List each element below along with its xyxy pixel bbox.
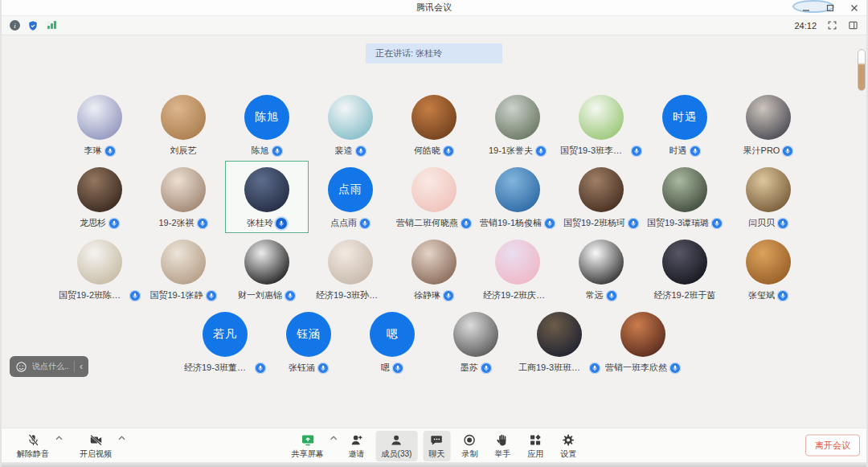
participant-tile[interactable]: 嗯嗯 <box>350 305 434 375</box>
toolbar-button-label: 聊天 <box>428 449 444 460</box>
scrollbar-thumb[interactable] <box>858 49 866 91</box>
mic-status-icon <box>276 218 287 229</box>
participant-name: 李琳 <box>84 145 102 157</box>
toolbar-left-group: 解除静音开启视频 <box>11 431 125 461</box>
participant-tile[interactable]: 营销二班何晓燕 <box>392 161 476 233</box>
participant-tile-speaking[interactable]: 张桂玲 <box>225 161 309 233</box>
mic-status-icon <box>285 290 296 301</box>
participant-avatar <box>495 240 540 285</box>
minimize-icon[interactable] <box>800 2 812 14</box>
chevron-up-icon[interactable] <box>330 436 338 440</box>
participant-avatar <box>662 167 707 212</box>
toolbar-button-record[interactable]: 录制 <box>456 431 483 461</box>
participant-tile[interactable]: 国贸19-3班李卓杰 <box>559 88 643 161</box>
participant-name: 营销19-1杨俊楠 <box>480 217 542 229</box>
toolbar-button-mic-off[interactable]: 解除静音 <box>11 431 55 461</box>
mic-status-icon <box>777 218 788 229</box>
toolbar-button-members[interactable]: 成员(33) <box>376 431 418 461</box>
participant-tile[interactable]: 钰涵张钰涵 <box>267 305 350 375</box>
window-bottom-edge <box>2 462 866 467</box>
participant-tile[interactable]: 刘辰艺 <box>141 88 225 161</box>
participant-tile[interactable]: 何皓晓 <box>392 88 476 161</box>
participant-tile[interactable]: 常远 <box>559 233 643 305</box>
chevron-up-icon[interactable] <box>55 436 63 440</box>
participant-name: 营销一班李欣然 <box>605 362 667 374</box>
fullscreen-icon[interactable] <box>827 20 837 31</box>
toolbar-button-chat[interactable]: 聊天 <box>423 431 450 461</box>
participant-avatar: 钰涵 <box>286 312 331 357</box>
participant-avatar: 时遇 <box>662 95 707 140</box>
participant-tile[interactable]: 营销一班李欣然 <box>601 305 685 375</box>
toolbar-button-share-screen[interactable]: 共享屏幕 <box>286 431 330 461</box>
participant-tile[interactable]: 19-2张祺 <box>141 161 225 233</box>
participant-tile[interactable]: 陈旭陈旭 <box>225 88 309 161</box>
mic-status-icon <box>104 145 116 157</box>
participant-tile[interactable]: 果汁PRO <box>727 88 810 161</box>
chevron-up-icon[interactable] <box>118 436 125 440</box>
security-shield-icon[interactable] <box>27 20 39 31</box>
participant-tile[interactable]: 若凡经济19-3班董若凡 <box>183 305 267 375</box>
toolbar-button-settings[interactable]: 设置 <box>555 431 582 461</box>
participant-avatar: 陈旭 <box>244 95 289 140</box>
toolbar-button-apps[interactable]: 应用 <box>522 431 549 461</box>
toolbar-button-label: 解除静音 <box>17 449 49 460</box>
participant-avatar: 若凡 <box>203 312 248 357</box>
participant-avatar: 点雨 <box>328 167 373 212</box>
participant-tile[interactable]: 墨苏 <box>434 305 518 375</box>
mic-status-icon <box>359 218 371 229</box>
toolbar-button-hand[interactable]: 举手 <box>489 431 516 461</box>
participant-name: 张桂玲 <box>247 217 273 229</box>
participant-tile[interactable]: 19-1张誉夫 <box>476 88 559 161</box>
participant-name: 国贸19-3谭瑞璐 <box>647 217 709 229</box>
quick-chat-bar[interactable]: 说点什么... ‹ <box>10 356 88 377</box>
participant-name: 19-2张祺 <box>158 217 194 229</box>
participant-avatar <box>746 167 791 212</box>
layout-panel-icon[interactable] <box>848 20 858 31</box>
participant-grid-row: 若凡经济19-3班董若凡钰涵张钰涵嗯嗯墨苏工商19-3班班长...营销一班李欣然 <box>2 305 866 375</box>
participant-name: 刘辰艺 <box>170 145 197 157</box>
toolbar-button-label: 邀请 <box>349 449 365 460</box>
participant-tile[interactable]: 龙思杉 <box>58 161 141 233</box>
participant-tile[interactable]: 经济19-2班庆安琦 <box>476 233 559 305</box>
participant-tile[interactable]: 财一刘惠锦 <box>225 233 309 305</box>
toolbar-button-label: 录制 <box>461 449 477 460</box>
participant-tile[interactable]: 闫贝贝 <box>727 161 810 233</box>
participant-tile[interactable]: 经济19-2班于茵 <box>643 233 727 305</box>
participant-name: 龙思杉 <box>80 217 106 229</box>
toolbar-button-invite[interactable]: 邀请 <box>343 431 371 461</box>
participant-avatar <box>244 167 289 212</box>
participant-avatar <box>161 95 206 140</box>
participant-name: 国贸19-2班陈雪华 <box>59 289 127 301</box>
gallery-view: 正在讲话: 张桂玲 李琳刘辰艺陈旭陈旭裴逵何皓晓19-1张誉夫国贸19-3班李卓… <box>2 35 866 446</box>
participant-tile[interactable]: 国贸19-2班杨珂 <box>559 161 643 233</box>
participant-tile[interactable]: 国贸19-1张静 <box>141 233 225 305</box>
participant-tile[interactable]: 李琳 <box>58 88 141 161</box>
close-icon[interactable] <box>849 2 860 14</box>
participant-tile[interactable]: 国贸19-2班陈雪华 <box>58 233 141 305</box>
toolbar-button-video-off[interactable]: 开启视频 <box>74 431 117 461</box>
network-signal-icon[interactable] <box>46 21 58 30</box>
collapse-chevron-icon[interactable]: ‹ <box>80 362 83 371</box>
participant-tile[interactable]: 点雨点点雨 <box>309 161 392 233</box>
emoji-icon[interactable] <box>15 361 27 373</box>
participant-avatar <box>328 95 373 140</box>
meeting-info-icon[interactable]: i <box>10 20 20 31</box>
apps-icon <box>529 433 542 447</box>
participant-tile[interactable]: 裴逵 <box>309 88 392 161</box>
participant-tile[interactable]: 徐静琳 <box>392 233 476 305</box>
participant-tile[interactable]: 营销19-1杨俊楠 <box>476 161 559 233</box>
participant-tile[interactable]: 经济19-3班孙方云 <box>309 233 392 305</box>
participant-tile[interactable]: 张玺斌 <box>727 233 810 305</box>
participant-tile[interactable]: 国贸19-3谭瑞璐 <box>643 161 727 233</box>
participant-avatar <box>537 312 582 357</box>
mic-status-icon <box>589 363 600 374</box>
participant-avatar <box>411 95 457 140</box>
participant-name: 墨苏 <box>461 362 478 374</box>
maximize-icon[interactable] <box>825 2 836 14</box>
chat-input-placeholder[interactable]: 说点什么... <box>32 361 69 372</box>
participant-avatar <box>77 167 122 212</box>
participant-tile[interactable]: 时遇时遇 <box>643 88 727 161</box>
participant-avatar <box>579 95 624 140</box>
participant-tile[interactable]: 工商19-3班班长... <box>518 305 601 375</box>
leave-meeting-button[interactable]: 离开会议 <box>805 435 860 457</box>
